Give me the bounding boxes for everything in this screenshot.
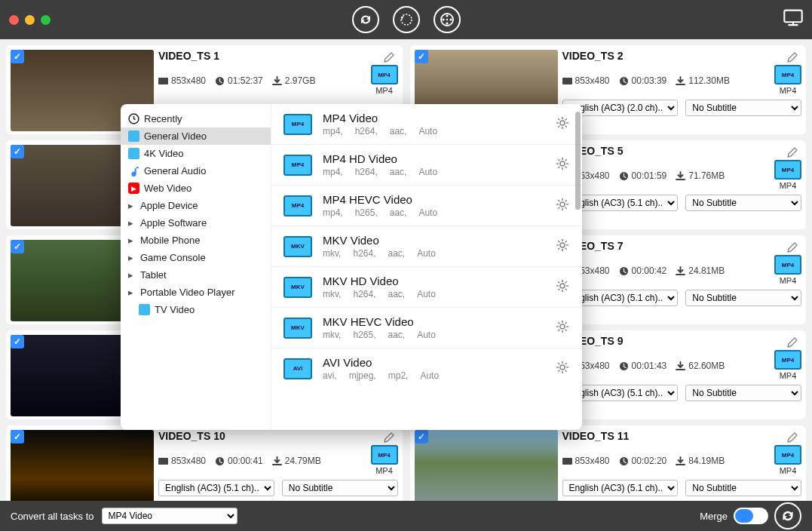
format-row[interactable]: MKV MKV Video mkv,h264,aac,Auto (271, 226, 582, 267)
output-format-badge[interactable]: MP4 MP4 (371, 445, 398, 475)
checkbox-checked-icon[interactable]: ✓ (11, 430, 24, 444)
audio-track-select[interactable]: English (AC3) (5.1 ch)... (562, 480, 679, 496)
edit-pen-icon[interactable] (383, 51, 395, 66)
titlebar-center-tabs (352, 6, 461, 33)
category-label: Recently (144, 113, 182, 124)
category-label: General Video (144, 130, 207, 142)
media-library-icon[interactable] (783, 8, 803, 31)
video-stats: 853x480 00:00:41 24.79MB MP4 MP4 (158, 447, 398, 475)
category-apple_device[interactable]: ▸Apple Device (121, 197, 271, 214)
edit-pen-icon[interactable] (786, 431, 798, 447)
format-row[interactable]: MP4 MP4 HD Video mp4,h264,aac,Auto (271, 145, 582, 186)
category-general_audio[interactable]: General Audio (121, 162, 271, 180)
category-tv_video[interactable]: TV Video (121, 301, 271, 318)
video-category-icon (128, 130, 139, 142)
video-thumbnail[interactable]: ✓ (11, 430, 154, 501)
category-mobile_phone[interactable]: ▸Mobile Phone (121, 232, 271, 249)
checkbox-checked-icon[interactable]: ✓ (415, 50, 428, 63)
category-4k_video[interactable]: 4K Video (121, 145, 271, 162)
format-subtitle: mkv,h265,aac,Auto (323, 330, 436, 340)
category-label: Mobile Phone (140, 235, 201, 246)
output-format-badge[interactable]: MP4 MP4 (774, 65, 801, 95)
maximize-window-button[interactable] (41, 15, 51, 25)
checkbox-checked-icon[interactable]: ✓ (11, 145, 24, 158)
subtitle-select[interactable]: No Subtitle (685, 290, 801, 306)
close-window-button[interactable] (9, 15, 19, 25)
video-stats: 853x480 00:01:59 71.76MB MP4 MP4 (562, 161, 802, 190)
format-category-list: RecentlyGeneral Video4K VideoGeneral Aud… (121, 104, 271, 430)
video-card[interactable]: ✓ VIDEO_TS 11 853x480 00:02:20 84.19MB M… (410, 425, 807, 501)
format-chooser-popover: RecentlyGeneral Video4K VideoGeneral Aud… (121, 104, 582, 430)
edit-pen-icon[interactable] (786, 51, 798, 66)
format-file-icon: MKV (283, 318, 312, 339)
video-stats: 853x480 00:01:43 62.60MB MP4 MP4 (562, 351, 802, 380)
format-title: MP4 HEVC Video (323, 193, 437, 206)
format-row[interactable]: MKV MKV HEVC Video mkv,h265,aac,Auto (271, 308, 582, 348)
video-thumbnail[interactable]: ✓ (415, 430, 558, 501)
format-settings-gear-icon[interactable] (555, 278, 570, 296)
edit-pen-icon[interactable] (383, 431, 395, 447)
video-card[interactable]: ✓ VIDEO_TS 10 853x480 00:00:41 24.79MB M… (6, 425, 403, 501)
format-icon: MP4 (371, 65, 398, 84)
convert-all-select[interactable]: MP4 Video (102, 508, 237, 524)
format-settings-gear-icon[interactable] (555, 115, 570, 134)
format-settings-gear-icon[interactable] (555, 156, 570, 174)
format-title: MKV HEVC Video (323, 315, 436, 328)
format-row[interactable]: MKV MKV HD Video mkv,h264,aac,Auto (271, 267, 582, 308)
edit-pen-icon[interactable] (786, 241, 798, 256)
music-note-icon (128, 165, 139, 176)
format-row[interactable]: MP4 MP4 HEVC Video mp4,h265,aac,Auto (271, 186, 582, 226)
format-title: MKV Video (323, 234, 436, 247)
format-settings-gear-icon[interactable] (555, 360, 570, 378)
format-settings-gear-icon[interactable] (555, 238, 570, 256)
audio-track-select[interactable]: English (AC3) (5.1 ch)... (158, 480, 274, 496)
category-recently[interactable]: Recently (121, 110, 271, 127)
minimize-window-button[interactable] (25, 15, 35, 25)
chevron-right-icon: ▸ (128, 252, 136, 263)
video-stats: 853x480 00:02:20 84.19MB MP4 MP4 (562, 447, 802, 475)
checkbox-checked-icon[interactable]: ✓ (11, 335, 24, 348)
format-label: MP4 (774, 276, 801, 285)
output-format-badge[interactable]: MP4 MP4 (774, 160, 801, 190)
format-label: MP4 (371, 466, 398, 475)
category-game_console[interactable]: ▸Game Console (121, 249, 271, 266)
video-title: VIDEO_TS 9 (562, 335, 802, 347)
filesize-stat: 24.81MB (676, 266, 725, 276)
scrollbar-thumb[interactable] (575, 112, 581, 210)
category-tablet[interactable]: ▸Tablet (121, 266, 271, 284)
format-file-icon: MKV (283, 277, 312, 298)
subtitle-select[interactable]: No Subtitle (685, 480, 801, 496)
convert-tab-icon[interactable] (352, 6, 379, 33)
video-title: VIDEO_TS 10 (158, 430, 398, 442)
format-subtitle: mkv,h264,aac,Auto (323, 289, 436, 299)
category-apple_software[interactable]: ▸Apple Software (121, 214, 271, 232)
tv-icon (139, 304, 150, 315)
video-title: VIDEO_TS 11 (562, 430, 802, 442)
checkbox-checked-icon[interactable]: ✓ (11, 240, 24, 253)
subtitle-select[interactable]: No Subtitle (685, 195, 801, 211)
format-icon: MP4 (774, 445, 801, 465)
format-row[interactable]: AVI AVI Video avi,mjpeg,mp2,Auto (271, 348, 582, 388)
subtitle-select[interactable]: No Subtitle (685, 100, 801, 116)
download-tab-icon[interactable] (393, 6, 420, 33)
toolbox-tab-icon[interactable] (434, 6, 461, 33)
output-format-badge[interactable]: MP4 MP4 (774, 445, 801, 475)
category-web_video[interactable]: ▶Web Video (121, 180, 271, 197)
start-convert-button[interactable] (774, 502, 801, 529)
category-portable_player[interactable]: ▸Portable Video Player (121, 284, 271, 301)
output-format-badge[interactable]: MP4 MP4 (371, 65, 398, 95)
subtitle-select[interactable]: No Subtitle (685, 385, 801, 401)
checkbox-checked-icon[interactable]: ✓ (415, 430, 428, 444)
merge-toggle[interactable] (734, 508, 768, 524)
checkbox-checked-icon[interactable]: ✓ (11, 50, 24, 63)
format-row[interactable]: MP4 MP4 Video mp4,h264,aac,Auto (271, 104, 582, 145)
format-settings-gear-icon[interactable] (555, 197, 570, 215)
category-general_video[interactable]: General Video (121, 127, 271, 145)
subtitle-select[interactable]: No Subtitle (282, 480, 398, 496)
output-format-badge[interactable]: MP4 MP4 (774, 255, 801, 285)
format-settings-gear-icon[interactable] (555, 319, 570, 337)
duration-stat: 00:00:41 (215, 456, 263, 466)
edit-pen-icon[interactable] (786, 336, 798, 351)
output-format-badge[interactable]: MP4 MP4 (774, 350, 801, 380)
edit-pen-icon[interactable] (786, 146, 798, 161)
